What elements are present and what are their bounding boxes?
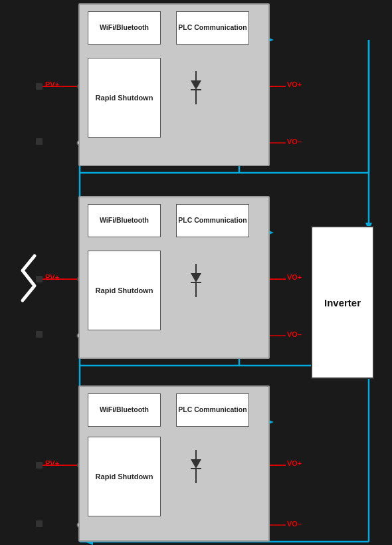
vo-minus-label-1: VO– (287, 138, 302, 146)
module-3: WiFi/Bluetooth PLC Communication Rapid S… (78, 385, 270, 542)
plc-box-3: PLC Communication (176, 393, 249, 427)
rapid-shutdown-box-1: Rapid Shutdown (88, 58, 161, 138)
wifi-bluetooth-box-2: WiFi/Bluetooth (88, 204, 161, 237)
vo-minus-label-3: VO– (287, 520, 302, 528)
vo-plus-label-3: VO+ (287, 459, 302, 467)
svg-rect-53 (36, 520, 43, 527)
svg-rect-50 (36, 462, 43, 469)
vo-plus-label-1: VO+ (287, 80, 302, 88)
svg-marker-59 (191, 273, 201, 282)
svg-rect-52 (36, 331, 43, 338)
wifi-bluetooth-box-3: WiFi/Bluetooth (88, 393, 161, 427)
pv-plus-label-2: PV+ (45, 273, 59, 281)
svg-marker-63 (191, 459, 201, 469)
pv-plus-label-1: PV+ (45, 80, 59, 88)
svg-marker-55 (191, 80, 201, 90)
rapid-shutdown-box-2: Rapid Shutdown (88, 251, 161, 330)
panel-symbol (15, 253, 40, 306)
module-1: WiFi/Bluetooth PLC Communication Rapid S… (78, 3, 270, 166)
pv-plus-label-3: PV+ (45, 459, 59, 467)
plc-box-2: PLC Communication (176, 204, 249, 237)
diode-1 (186, 71, 206, 104)
diode-2 (186, 264, 206, 297)
inverter-label: Inverter (324, 297, 361, 308)
vo-plus-label-2: VO+ (287, 273, 302, 281)
plc-box-1: PLC Communication (176, 11, 249, 45)
module-2: WiFi/Bluetooth PLC Communication Rapid S… (78, 196, 270, 359)
rapid-shutdown-box-3: Rapid Shutdown (88, 437, 161, 516)
diagram-container: WiFi/Bluetooth PLC Communication Rapid S… (0, 0, 392, 545)
wifi-bluetooth-box-1: WiFi/Bluetooth (88, 11, 161, 45)
diode-3 (186, 450, 206, 483)
vo-minus-label-2: VO– (287, 330, 302, 338)
inverter-box: Inverter (311, 226, 374, 379)
panel-zigzag-icon (15, 253, 40, 306)
svg-rect-48 (36, 83, 43, 90)
svg-rect-51 (36, 138, 43, 145)
